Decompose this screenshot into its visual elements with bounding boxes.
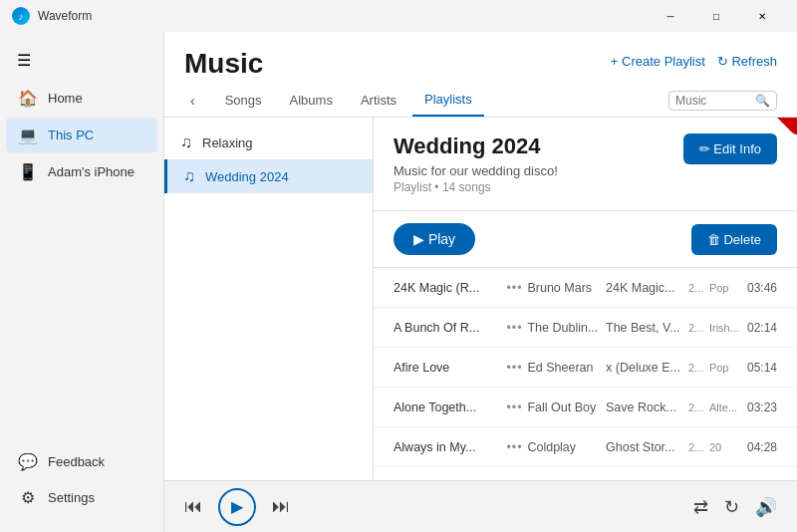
settings-icon: ⚙	[18, 488, 38, 507]
player-bar: ⏮ ▶ ⏭ ⇄ ↻ 🔊	[164, 480, 797, 532]
volume-button[interactable]: 🔊	[755, 496, 777, 518]
song-year: 2...	[688, 282, 709, 294]
song-artist: Fall Out Boy	[527, 400, 606, 414]
playlist-label-wedding: Wedding 2024	[205, 169, 289, 184]
song-genre: 20	[709, 441, 744, 453]
skip-forward-button[interactable]: ⏭	[272, 496, 290, 517]
two-panel: ♫ Relaxing ♫ Wedding 2024	[164, 118, 797, 480]
sidebar-item-adams-iphone[interactable]: 📱 Adam's iPhone	[6, 154, 157, 189]
table-row[interactable]: 24K Magic (R... ••• Bruno Mars 24K Magic…	[374, 268, 797, 308]
playlist-item-relaxing[interactable]: ♫ Relaxing	[164, 126, 373, 159]
playlist-description: Music for our wedding disco!	[394, 163, 558, 178]
iphone-icon: 📱	[18, 162, 38, 181]
title-bar: ♪ Waveform ─ □ ✕	[0, 0, 797, 32]
song-genre: Irish...	[709, 322, 744, 334]
search-input[interactable]	[675, 94, 755, 108]
this-pc-icon: 💻	[18, 126, 38, 144]
create-playlist-button[interactable]: + Create Playlist	[611, 54, 705, 69]
song-album: Ghost Stor...	[606, 440, 688, 454]
skip-back-button[interactable]: ⏮	[184, 496, 202, 517]
song-album: 24K Magic...	[606, 281, 688, 295]
song-year: 2...	[688, 362, 709, 374]
song-title: A Bunch Of R...	[394, 321, 506, 335]
table-row[interactable]: Best Fake Sm... ••• James Bay Chaos and.…	[374, 467, 797, 480]
song-artist: Coldplay	[527, 440, 606, 454]
sidebar-item-iphone-label: Adam's iPhone	[48, 164, 134, 179]
playlist-info: Wedding 2024 Music for our wedding disco…	[374, 118, 797, 211]
close-button[interactable]: ✕	[739, 0, 785, 32]
song-title: Afire Love	[394, 361, 506, 375]
tab-songs[interactable]: Songs	[213, 85, 274, 116]
search-icon: 🔍	[755, 94, 770, 108]
song-options-4[interactable]: •••	[506, 440, 527, 454]
song-duration: 05:14	[744, 361, 777, 375]
shuffle-button[interactable]: ⇄	[693, 496, 708, 518]
table-row[interactable]: A Bunch Of R... ••• The Dublin... The Be…	[374, 308, 797, 348]
song-list: 24K Magic (R... ••• Bruno Mars 24K Magic…	[374, 268, 797, 480]
content-area: Music + Create Playlist ↻ Refresh ‹ Song…	[164, 32, 797, 532]
feedback-icon: 💬	[18, 452, 38, 471]
song-artist: Ed Sheeran	[527, 361, 606, 375]
tab-artists[interactable]: Artists	[349, 85, 408, 116]
refresh-button[interactable]: ↻ Refresh	[717, 54, 777, 69]
sidebar-feedback-label: Feedback	[48, 454, 105, 469]
home-icon: 🏠	[18, 89, 38, 108]
header-actions: + Create Playlist ↻ Refresh	[611, 54, 777, 69]
playlist-meta: Playlist • 14 songs	[394, 180, 558, 194]
song-genre: Alte...	[709, 401, 744, 413]
annotation-arrow	[687, 118, 797, 137]
back-button[interactable]: ‹	[184, 89, 201, 113]
song-title: Always in My...	[394, 440, 506, 454]
sidebar-item-this-pc-label: This PC	[48, 128, 94, 142]
song-genre: Pop	[709, 362, 744, 374]
playlist-title: Wedding 2024	[394, 133, 558, 159]
table-row[interactable]: Afire Love ••• Ed Sheeran x (Deluxe E...…	[374, 348, 797, 388]
sidebar-item-home-label: Home	[48, 91, 83, 106]
playlist-list: ♫ Relaxing ♫ Wedding 2024	[164, 118, 374, 480]
tab-playlists[interactable]: Playlists	[412, 84, 484, 117]
repeat-button[interactable]: ↻	[724, 496, 739, 518]
play-button[interactable]: ▶ Play	[394, 223, 475, 255]
maximize-button[interactable]: □	[693, 0, 739, 32]
player-left-controls: ⏮ ▶ ⏭	[184, 488, 290, 526]
sidebar-item-settings[interactable]: ⚙ Settings	[6, 480, 157, 515]
svg-line-1	[707, 118, 797, 128]
playlist-action-buttons: ✏ Edit Info	[683, 133, 777, 164]
song-album: x (Deluxe E...	[606, 361, 688, 375]
song-artist: Bruno Mars	[527, 281, 606, 295]
sidebar-item-home[interactable]: 🏠 Home	[6, 81, 157, 116]
table-row[interactable]: Alone Togeth... ••• Fall Out Boy Save Ro…	[374, 388, 797, 427]
minimize-button[interactable]: ─	[648, 0, 693, 32]
delete-button[interactable]: 🗑 Delete	[691, 224, 777, 255]
play-pause-button[interactable]: ▶	[218, 488, 256, 526]
song-year: 2...	[688, 441, 709, 453]
song-duration: 03:23	[744, 400, 777, 414]
song-genre: Pop	[709, 282, 744, 294]
song-artist: The Dublin...	[527, 321, 606, 335]
song-options-0[interactable]: •••	[506, 281, 527, 295]
playlist-item-wedding[interactable]: ♫ Wedding 2024	[164, 159, 373, 193]
playlist-icon-wedding: ♫	[183, 167, 195, 185]
table-row[interactable]: Always in My... ••• Coldplay Ghost Stor.…	[374, 427, 797, 467]
player-right-controls: ⇄ ↻ 🔊	[693, 496, 777, 518]
tab-albums[interactable]: Albums	[278, 85, 345, 116]
song-title: 24K Magic (R...	[394, 281, 506, 295]
song-options-2[interactable]: •••	[506, 361, 527, 375]
sidebar-item-this-pc[interactable]: 💻 This PC	[6, 118, 157, 152]
song-duration: 04:28	[744, 440, 777, 454]
song-title: Alone Togeth...	[394, 400, 506, 414]
playlist-icon-relaxing: ♫	[180, 133, 192, 151]
search-area[interactable]: 🔍	[668, 91, 777, 111]
song-options-3[interactable]: •••	[506, 400, 527, 414]
hamburger-menu[interactable]: ☰	[6, 42, 42, 78]
window-controls: ─ □ ✕	[648, 0, 785, 32]
song-options-1[interactable]: •••	[506, 321, 527, 335]
song-year: 2...	[688, 322, 709, 334]
sidebar-item-feedback[interactable]: 💬 Feedback	[6, 444, 157, 479]
content-header: Music + Create Playlist ↻ Refresh	[164, 32, 797, 80]
playlist-detail: Wedding 2024 Music for our wedding disco…	[374, 118, 797, 480]
app-title: Waveform	[38, 9, 92, 23]
playlist-info-text: Wedding 2024 Music for our wedding disco…	[394, 133, 558, 194]
page-title: Music	[184, 48, 263, 80]
edit-info-button[interactable]: ✏ Edit Info	[683, 133, 777, 164]
